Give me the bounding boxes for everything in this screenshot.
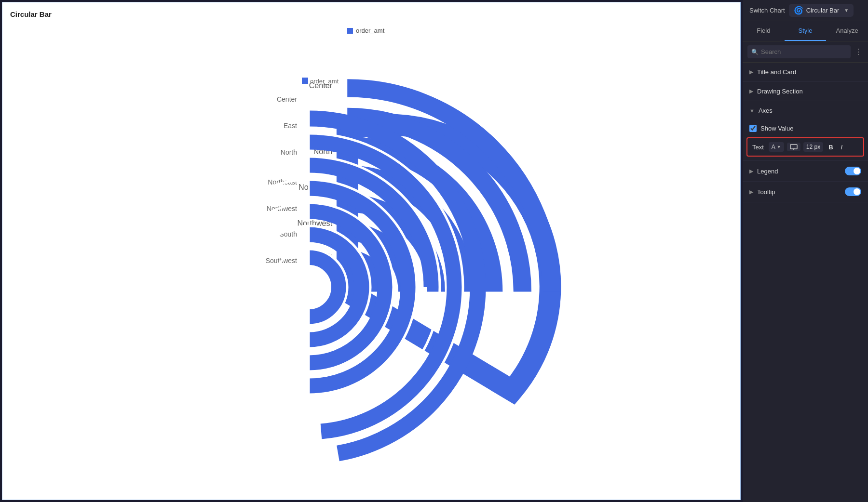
switch-chart-bar: Switch Chart 🌀 Circular Bar ▼ (743, 0, 868, 21)
svg-rect-25 (790, 145, 797, 149)
legend-label: order_amt (356, 27, 384, 34)
circular-bar-icon: 🌀 (794, 6, 803, 15)
circular-bar-svg-main: Center East North Northeast Northwest So… (34, 46, 541, 480)
drawing-section-chevron-icon: ▶ (749, 88, 753, 94)
tooltip-chevron-icon: ▶ (749, 189, 753, 195)
tab-analyze[interactable]: Analyze (826, 21, 868, 41)
tooltip-label: Tooltip (757, 188, 845, 196)
switch-chart-label: Switch Chart (749, 7, 785, 14)
svg-text:Center: Center (277, 95, 297, 103)
legend-color-box (347, 28, 353, 34)
chart-legend: order_amt (347, 27, 384, 34)
legend-label: Legend (757, 168, 845, 175)
show-value-checkbox[interactable] (749, 125, 757, 132)
tooltip-row[interactable]: ▶ Tooltip (743, 182, 868, 202)
legend-chevron-icon: ▶ (749, 168, 753, 174)
font-dropdown-icon: ▼ (777, 145, 781, 149)
chart-type-name: Circular Bar (806, 7, 840, 14)
right-panel: Switch Chart 🌀 Circular Bar ▼ Field Styl… (743, 0, 868, 502)
search-icon: 🔍 (751, 49, 759, 55)
svg-text:order_amt: order_amt (310, 78, 339, 85)
show-value-label: Show Value (760, 125, 861, 132)
search-wrap: 🔍 (747, 45, 851, 58)
drawing-section-label: Drawing Section (757, 88, 861, 95)
drawing-section-row[interactable]: ▶ Drawing Section (743, 82, 868, 101)
dropdown-arrow-icon: ▼ (844, 8, 849, 13)
bold-button[interactable]: B (826, 143, 835, 152)
axes-label: Axes (759, 107, 773, 114)
chart-container: order_amt Center East North Northeast No… (10, 22, 732, 489)
show-value-row: Show Value (743, 120, 868, 137)
legend-row[interactable]: ▶ Legend (743, 161, 868, 182)
text-label: Text (752, 144, 764, 151)
svg-rect-14 (302, 78, 308, 84)
screen-icon[interactable] (787, 143, 800, 151)
tooltip-toggle[interactable] (845, 187, 861, 196)
font-selector[interactable]: A ▼ (769, 142, 784, 152)
axes-chevron-icon: ▼ (749, 108, 755, 114)
chart-title: Circular Bar (10, 10, 732, 18)
svg-text:East: East (284, 122, 297, 130)
axes-header[interactable]: ▼ Axes (743, 101, 868, 120)
svg-text:North: North (281, 148, 297, 156)
search-bar: 🔍 ⋮ (743, 41, 868, 63)
font-size-selector[interactable]: 12 px (803, 142, 823, 152)
more-options-icon[interactable]: ⋮ (854, 47, 863, 56)
title-card-chevron-icon: ▶ (749, 69, 753, 75)
tab-field[interactable]: Field (743, 21, 785, 41)
legend-toggle[interactable] (845, 167, 861, 175)
search-input[interactable] (747, 45, 851, 58)
axes-section: ▼ Axes Show Value Text A ▼ 12 px (743, 101, 868, 161)
font-name: A (772, 144, 775, 150)
text-format-row: Text A ▼ 12 px B I (746, 137, 864, 157)
title-card-section[interactable]: ▶ Title and Card (743, 63, 868, 82)
italic-button[interactable]: I (839, 143, 845, 152)
font-size-value: 12 px (806, 144, 820, 150)
tabs-container: Field Style Analyze (743, 21, 868, 41)
chart-area: Circular Bar order_amt Center East North… (2, 2, 741, 500)
tab-style[interactable]: Style (785, 21, 827, 41)
title-card-label: Title and Card (757, 68, 861, 76)
chart-type-selector[interactable]: 🌀 Circular Bar ▼ (789, 4, 854, 17)
